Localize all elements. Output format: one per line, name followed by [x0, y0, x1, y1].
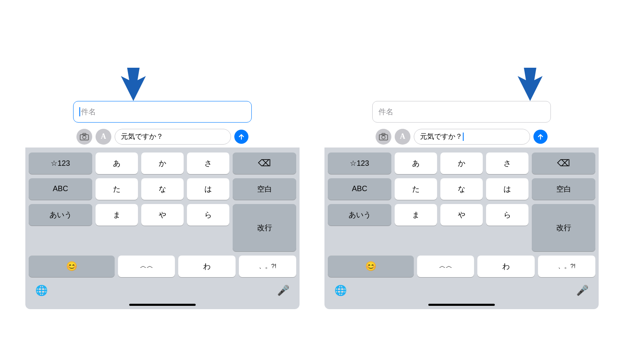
right-send-button[interactable] [533, 130, 548, 144]
right-message-text: 元気ですか？ [420, 132, 462, 141]
left-key-star123[interactable]: ☆123 [29, 152, 92, 174]
svg-rect-7 [382, 133, 385, 135]
left-arrow-area [25, 64, 300, 101]
left-kb-row-4: 😊 ︿︿ わ 、。?! [29, 256, 296, 277]
left-kb-row-1: ☆123 あ か さ ⌫ [29, 152, 296, 174]
svg-rect-3 [83, 133, 86, 135]
left-phone: 件名 A 元気ですか？ [25, 64, 300, 309]
left-key-enter[interactable]: 改行 [233, 204, 296, 251]
right-key-backspace[interactable]: ⌫ [532, 152, 595, 174]
left-kb-rows: ☆123 あ か さ ⌫ ABC た な は 空白 あいう ま [29, 152, 296, 277]
left-send-button[interactable] [234, 130, 248, 144]
left-kb-bottom: 🌐 🎤 [29, 280, 296, 300]
right-kb-rows: ☆123 あ か さ ⌫ ABC た な は 空白 あいう ま [328, 152, 595, 277]
right-key-na[interactable]: な [440, 178, 483, 200]
left-mic-icon[interactable]: 🎤 [277, 285, 290, 296]
left-apps-button[interactable]: A [96, 129, 111, 145]
right-key-space[interactable]: 空白 [532, 178, 595, 200]
left-key-ma[interactable]: ま [96, 204, 138, 226]
left-key-aiueo[interactable]: あいう [29, 204, 92, 226]
right-arrow-area [324, 64, 599, 101]
right-key-wave[interactable]: ︿︿ [417, 256, 474, 277]
right-mic-icon[interactable]: 🎤 [576, 285, 589, 296]
right-key-aiueo[interactable]: あいう [328, 204, 391, 226]
left-message-input[interactable]: 元気ですか？ [115, 129, 231, 145]
left-key-na[interactable]: な [141, 178, 184, 200]
right-subject-placeholder: 件名 [378, 107, 393, 117]
right-message-input[interactable]: 元気ですか？ [414, 129, 530, 145]
left-key-ra[interactable]: ら [187, 204, 229, 226]
left-message-bar: A 元気ですか？ [73, 126, 252, 148]
left-key-sa[interactable]: さ [187, 152, 229, 174]
right-key-wa[interactable]: わ [477, 256, 535, 277]
left-key-wa[interactable]: わ [178, 256, 236, 277]
right-camera-button[interactable] [376, 129, 391, 145]
right-key-ma[interactable]: ま [395, 204, 437, 226]
left-subject-cursor [79, 107, 80, 116]
right-keyboard: ☆123 あ か さ ⌫ ABC た な は 空白 あいう ま [324, 148, 599, 309]
left-key-a[interactable]: あ [96, 152, 138, 174]
left-key-backspace[interactable]: ⌫ [233, 152, 296, 174]
svg-point-6 [382, 135, 385, 139]
svg-point-2 [83, 135, 86, 139]
right-globe-icon[interactable]: 🌐 [334, 285, 347, 296]
right-arrow-icon [516, 68, 545, 103]
right-home-bar [428, 304, 495, 306]
right-subject-field[interactable]: 件名 [372, 101, 551, 123]
right-kb-row-2: ABC た な は 空白 [328, 178, 595, 200]
right-key-a[interactable]: あ [395, 152, 437, 174]
right-key-ra[interactable]: ら [486, 204, 528, 226]
right-key-sa[interactable]: さ [486, 152, 528, 174]
right-kb-row-3: あいう ま や ら 改行 [328, 204, 595, 251]
left-home-bar [129, 304, 196, 306]
left-key-wave[interactable]: ︿︿ [118, 256, 175, 277]
left-keyboard: ☆123 あ か さ ⌫ ABC た な は 空白 あいう ま [25, 148, 300, 309]
right-key-emoji[interactable]: 😊 [328, 256, 414, 277]
left-key-ha[interactable]: は [187, 178, 229, 200]
left-subject-field[interactable]: 件名 [73, 101, 252, 123]
left-arrow-icon [119, 68, 148, 103]
right-apps-button[interactable]: A [395, 129, 410, 145]
right-key-ha[interactable]: は [486, 178, 528, 200]
left-key-punct[interactable]: 、。?! [239, 256, 296, 277]
svg-marker-0 [121, 68, 146, 101]
right-key-abc[interactable]: ABC [328, 178, 391, 200]
left-kb-row-2: ABC た な は 空白 [29, 178, 296, 200]
right-kb-row-4: 😊 ︿︿ わ 、。?! [328, 256, 595, 277]
left-key-ka[interactable]: か [141, 152, 184, 174]
left-key-abc[interactable]: ABC [29, 178, 92, 200]
left-key-ta[interactable]: た [96, 178, 138, 200]
right-key-ya[interactable]: や [440, 204, 483, 226]
right-kb-bottom: 🌐 🎤 [328, 280, 595, 300]
right-message-bar: A 元気ですか？ [372, 126, 551, 148]
right-phone: 件名 A 元気ですか？ [324, 64, 599, 309]
right-key-ta[interactable]: た [395, 178, 437, 200]
right-message-cursor [463, 133, 464, 141]
left-key-space[interactable]: 空白 [233, 178, 296, 200]
left-subject-placeholder: 件名 [81, 107, 96, 117]
svg-marker-4 [518, 68, 543, 101]
left-message-text: 元気ですか？ [121, 132, 163, 141]
right-key-star123[interactable]: ☆123 [328, 152, 391, 174]
left-kb-row-3: あいう ま や ら 改行 [29, 204, 296, 251]
right-key-enter[interactable]: 改行 [532, 204, 595, 251]
right-kb-row-1: ☆123 あ か さ ⌫ [328, 152, 595, 174]
left-globe-icon[interactable]: 🌐 [35, 285, 48, 296]
right-key-ka[interactable]: か [440, 152, 483, 174]
right-key-punct[interactable]: 、。?! [538, 256, 595, 277]
left-camera-button[interactable] [76, 129, 92, 145]
left-key-ya[interactable]: や [141, 204, 184, 226]
left-key-emoji[interactable]: 😊 [29, 256, 115, 277]
